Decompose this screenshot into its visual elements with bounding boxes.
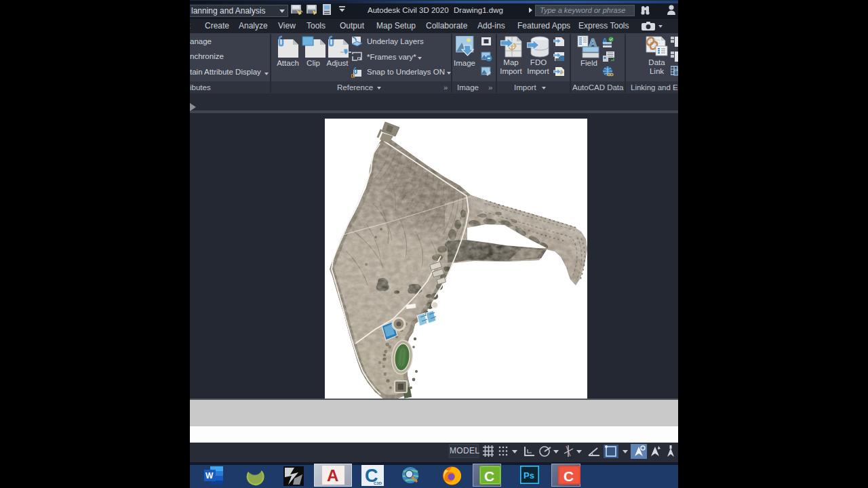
svg-text:C: C (564, 468, 574, 484)
svg-text:Ps: Ps (524, 470, 534, 481)
svg-text:C3D: C3D (374, 481, 382, 485)
svg-text:A: A (327, 466, 338, 485)
svg-text:W: W (205, 471, 214, 481)
svg-text:C: C (484, 468, 494, 484)
